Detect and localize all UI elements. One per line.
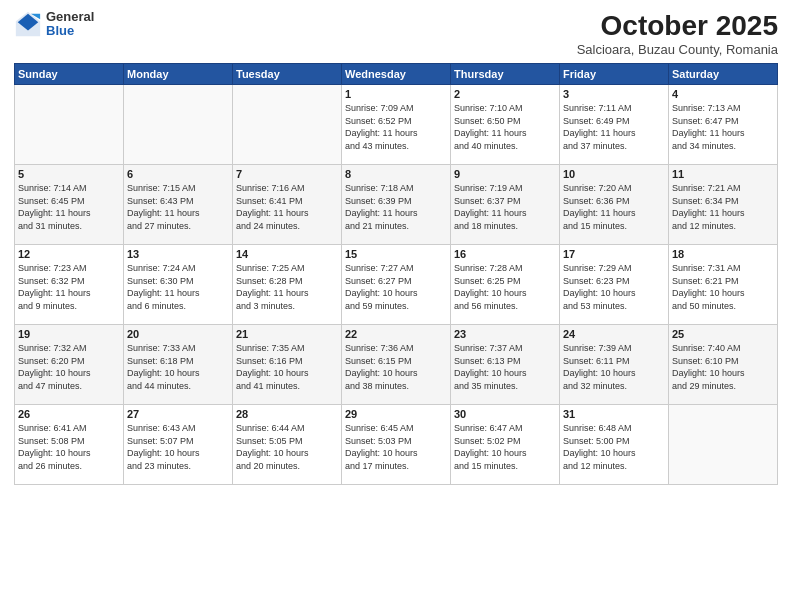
cell-text: Sunset: 6:32 PM: [18, 275, 120, 288]
calendar-cell: 5Sunrise: 7:14 AMSunset: 6:45 PMDaylight…: [15, 165, 124, 245]
cell-text: Sunrise: 7:15 AM: [127, 182, 229, 195]
cell-text: Sunrise: 7:35 AM: [236, 342, 338, 355]
cell-text: Sunset: 5:05 PM: [236, 435, 338, 448]
week-row-1: 5Sunrise: 7:14 AMSunset: 6:45 PMDaylight…: [15, 165, 778, 245]
cell-text: Daylight: 10 hours: [127, 367, 229, 380]
cell-text: Daylight: 11 hours: [236, 207, 338, 220]
cell-text: and 29 minutes.: [672, 380, 774, 393]
cell-text: Daylight: 10 hours: [18, 367, 120, 380]
cell-text: Sunset: 6:50 PM: [454, 115, 556, 128]
day-number: 29: [345, 408, 447, 420]
calendar-cell: 24Sunrise: 7:39 AMSunset: 6:11 PMDayligh…: [560, 325, 669, 405]
day-number: 12: [18, 248, 120, 260]
cell-text: Daylight: 11 hours: [672, 127, 774, 140]
cell-text: Sunset: 6:23 PM: [563, 275, 665, 288]
cell-text: and 43 minutes.: [345, 140, 447, 153]
cell-text: and 23 minutes.: [127, 460, 229, 473]
cell-text: Daylight: 11 hours: [345, 207, 447, 220]
cell-text: Daylight: 11 hours: [18, 287, 120, 300]
cell-text: and 21 minutes.: [345, 220, 447, 233]
cell-text: Sunset: 6:41 PM: [236, 195, 338, 208]
cell-text: Sunset: 6:34 PM: [672, 195, 774, 208]
calendar-cell: [15, 85, 124, 165]
day-number: 23: [454, 328, 556, 340]
cell-text: and 26 minutes.: [18, 460, 120, 473]
calendar-cell: 10Sunrise: 7:20 AMSunset: 6:36 PMDayligh…: [560, 165, 669, 245]
cell-text: Daylight: 11 hours: [454, 207, 556, 220]
calendar-cell: 3Sunrise: 7:11 AMSunset: 6:49 PMDaylight…: [560, 85, 669, 165]
calendar-cell: 4Sunrise: 7:13 AMSunset: 6:47 PMDaylight…: [669, 85, 778, 165]
header-row: SundayMondayTuesdayWednesdayThursdayFrid…: [15, 64, 778, 85]
day-number: 27: [127, 408, 229, 420]
calendar-cell: 13Sunrise: 7:24 AMSunset: 6:30 PMDayligh…: [124, 245, 233, 325]
cell-text: Sunrise: 7:36 AM: [345, 342, 447, 355]
location: Salcioara, Buzau County, Romania: [577, 42, 778, 57]
cell-text: Daylight: 11 hours: [563, 207, 665, 220]
cell-text: Sunset: 6:18 PM: [127, 355, 229, 368]
cell-text: Sunset: 6:27 PM: [345, 275, 447, 288]
day-number: 2: [454, 88, 556, 100]
day-number: 22: [345, 328, 447, 340]
calendar-cell: 20Sunrise: 7:33 AMSunset: 6:18 PMDayligh…: [124, 325, 233, 405]
cell-text: Sunrise: 7:14 AM: [18, 182, 120, 195]
day-number: 3: [563, 88, 665, 100]
cell-text: Daylight: 10 hours: [345, 287, 447, 300]
cell-text: Sunset: 6:47 PM: [672, 115, 774, 128]
cell-text: Sunset: 6:39 PM: [345, 195, 447, 208]
cell-text: and 3 minutes.: [236, 300, 338, 313]
cell-text: Sunrise: 7:11 AM: [563, 102, 665, 115]
cell-text: Sunset: 6:21 PM: [672, 275, 774, 288]
calendar-cell: 2Sunrise: 7:10 AMSunset: 6:50 PMDaylight…: [451, 85, 560, 165]
cell-text: and 18 minutes.: [454, 220, 556, 233]
calendar-cell: 15Sunrise: 7:27 AMSunset: 6:27 PMDayligh…: [342, 245, 451, 325]
cell-text: and 24 minutes.: [236, 220, 338, 233]
header-cell-thursday: Thursday: [451, 64, 560, 85]
cell-text: and 12 minutes.: [563, 460, 665, 473]
day-number: 13: [127, 248, 229, 260]
cell-text: and 31 minutes.: [18, 220, 120, 233]
cell-text: Sunset: 5:00 PM: [563, 435, 665, 448]
cell-text: and 27 minutes.: [127, 220, 229, 233]
cell-text: Daylight: 10 hours: [127, 447, 229, 460]
month-title: October 2025: [577, 10, 778, 42]
cell-text: and 9 minutes.: [18, 300, 120, 313]
calendar-cell: 28Sunrise: 6:44 AMSunset: 5:05 PMDayligh…: [233, 405, 342, 485]
cell-text: Daylight: 10 hours: [563, 447, 665, 460]
cell-text: Daylight: 11 hours: [127, 287, 229, 300]
cell-text: Daylight: 11 hours: [18, 207, 120, 220]
day-number: 7: [236, 168, 338, 180]
cell-text: and 44 minutes.: [127, 380, 229, 393]
header: General Blue October 2025 Salcioara, Buz…: [14, 10, 778, 57]
cell-text: Sunset: 5:03 PM: [345, 435, 447, 448]
calendar-cell: 25Sunrise: 7:40 AMSunset: 6:10 PMDayligh…: [669, 325, 778, 405]
cell-text: Sunset: 6:28 PM: [236, 275, 338, 288]
cell-text: and 53 minutes.: [563, 300, 665, 313]
day-number: 15: [345, 248, 447, 260]
calendar-container: General Blue October 2025 Salcioara, Buz…: [0, 0, 792, 612]
header-cell-monday: Monday: [124, 64, 233, 85]
cell-text: and 37 minutes.: [563, 140, 665, 153]
cell-text: Sunrise: 7:19 AM: [454, 182, 556, 195]
cell-text: Sunrise: 7:13 AM: [672, 102, 774, 115]
header-cell-wednesday: Wednesday: [342, 64, 451, 85]
cell-text: Daylight: 11 hours: [563, 127, 665, 140]
calendar-cell: 19Sunrise: 7:32 AMSunset: 6:20 PMDayligh…: [15, 325, 124, 405]
calendar-cell: 11Sunrise: 7:21 AMSunset: 6:34 PMDayligh…: [669, 165, 778, 245]
cell-text: Daylight: 10 hours: [672, 287, 774, 300]
cell-text: Daylight: 10 hours: [563, 367, 665, 380]
cell-text: Sunset: 6:45 PM: [18, 195, 120, 208]
day-number: 31: [563, 408, 665, 420]
calendar-cell: 31Sunrise: 6:48 AMSunset: 5:00 PMDayligh…: [560, 405, 669, 485]
cell-text: Daylight: 11 hours: [672, 207, 774, 220]
calendar-cell: 1Sunrise: 7:09 AMSunset: 6:52 PMDaylight…: [342, 85, 451, 165]
cell-text: Daylight: 11 hours: [127, 207, 229, 220]
cell-text: and 12 minutes.: [672, 220, 774, 233]
day-number: 9: [454, 168, 556, 180]
cell-text: Daylight: 10 hours: [454, 287, 556, 300]
cell-text: Sunset: 5:02 PM: [454, 435, 556, 448]
calendar-cell: 12Sunrise: 7:23 AMSunset: 6:32 PMDayligh…: [15, 245, 124, 325]
calendar-cell: 26Sunrise: 6:41 AMSunset: 5:08 PMDayligh…: [15, 405, 124, 485]
calendar-cell: 22Sunrise: 7:36 AMSunset: 6:15 PMDayligh…: [342, 325, 451, 405]
day-number: 30: [454, 408, 556, 420]
cell-text: Daylight: 10 hours: [672, 367, 774, 380]
